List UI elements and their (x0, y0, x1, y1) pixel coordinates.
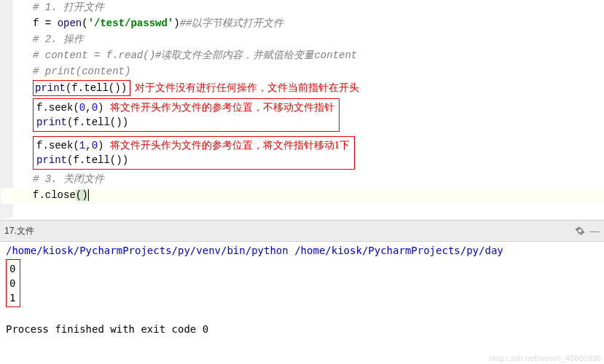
code-line[interactable]: f.seek(0,0) 将文件开头作为文件的参考位置，不移动文件指针print(… (1, 96, 604, 134)
code-editor[interactable]: # 1. 打开文件 f = open('/test/passwd')##以字节模… (0, 0, 604, 220)
output-line: 0 (9, 277, 15, 289)
red-box: f.seek(1,0) 将文件开头作为文件的参考位置，将文件指针移动1下prin… (33, 136, 355, 170)
code-line[interactable]: print(f.tell())对于文件没有进行任何操作，文件当前指针在开头 (1, 80, 604, 96)
code-line[interactable]: # 3. 关闭文件 (1, 172, 604, 188)
cursor (88, 189, 89, 201)
output-line: 1 (9, 292, 15, 304)
output-line: 0 (9, 263, 15, 274)
annotation: 对于文件没有进行任何操作，文件当前指针在开头 (135, 82, 359, 93)
console-tab-label[interactable]: 17.文件 (4, 225, 34, 237)
code-line[interactable]: # print(content) (1, 64, 604, 80)
gear-icon[interactable] (575, 226, 585, 236)
code-line[interactable]: f = open('/test/passwd')##以字节模式打开文件 (1, 16, 604, 32)
console-cmd-line: /home/kiosk/PycharmProjects/py/venv/bin/… (6, 243, 598, 258)
code-line-empty[interactable] (1, 204, 604, 220)
minimize-icon[interactable]: — (589, 225, 600, 237)
annotation: 将文件开头作为文件的参考位置，不移动文件指针 (110, 102, 334, 113)
code-line[interactable]: # 1. 打开文件 (1, 0, 604, 16)
watermark: blog.csdn.net/weixin_45606836 (489, 354, 601, 363)
output-box: 0 0 1 (6, 259, 20, 307)
annotation: 将文件开头作为文件的参考位置，将文件指针移动1下 (110, 140, 350, 151)
console-tab-bar: 17.文件 — (0, 220, 604, 242)
red-box: f.seek(0,0) 将文件开头作为文件的参考位置，不移动文件指针print(… (33, 98, 340, 132)
console-output[interactable]: /home/kiosk/PycharmProjects/py/venv/bin/… (0, 242, 604, 338)
code-line-current[interactable]: f.close() (1, 188, 604, 204)
code-line[interactable]: # 2. 操作 (1, 32, 604, 48)
code-line[interactable]: # content = f.read()#读取文件全部内容，并赋值给变量cont… (1, 48, 604, 64)
code-line[interactable]: f.seek(1,0) 将文件开头作为文件的参考位置，将文件指针移动1下prin… (1, 134, 604, 172)
exit-message: Process finished with exit code 0 (6, 322, 598, 336)
red-box: print(f.tell()) (33, 80, 130, 96)
